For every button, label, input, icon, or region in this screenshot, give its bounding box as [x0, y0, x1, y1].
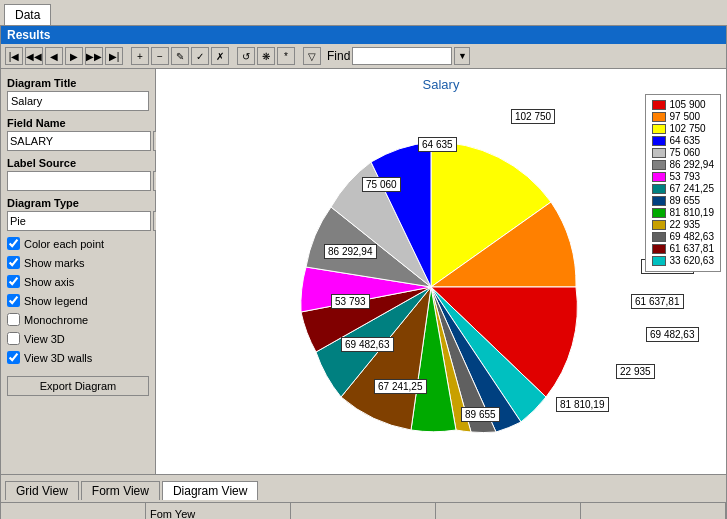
bottom-tabs-bar: Grid View Form View Diagram View — [1, 474, 726, 502]
tab-bar: Data — [0, 0, 727, 25]
find-input[interactable] — [352, 47, 452, 65]
diagram-type-label: Diagram Type — [7, 197, 149, 209]
label-69482-br: 69 482,63 — [646, 327, 699, 342]
diagram-title-label: Diagram Title — [7, 77, 149, 89]
legend-item-102750: 102 750 — [652, 123, 715, 134]
checkbox-view-3d[interactable]: View 3D — [7, 332, 149, 345]
results-bar: Results — [1, 26, 726, 44]
find-label: Find — [327, 49, 350, 63]
legend-item-22935: 22 935 — [652, 219, 715, 230]
find-arrow-btn[interactable]: ▼ — [454, 47, 470, 65]
status-segment-2: Fom Yew — [146, 503, 291, 519]
tab-diagram-view[interactable]: Diagram View — [162, 481, 258, 500]
status-segment-1 — [1, 503, 146, 519]
chart-title: Salary — [423, 77, 460, 92]
legend-item-81810: 81 810,19 — [652, 207, 715, 218]
checkbox-view-3d-walls[interactable]: View 3D walls — [7, 351, 149, 364]
legend: 105 900 97 500 102 750 64 635 75 060 86 … — [645, 94, 722, 272]
legend-item-69482-1: 69 482,63 — [652, 231, 715, 242]
checkbox-color-each-point[interactable]: Color each point — [7, 237, 149, 250]
legend-item-53793: 53 793 — [652, 171, 715, 182]
checkbox-show-marks[interactable]: Show marks — [7, 256, 149, 269]
tb-refresh-btn[interactable]: ↺ — [237, 47, 255, 65]
tab-data[interactable]: Data — [4, 4, 51, 25]
status-segment-5 — [581, 503, 726, 519]
tb-minus-btn[interactable]: − — [151, 47, 169, 65]
tb-copy-btn[interactable]: ❋ — [257, 47, 275, 65]
tb-prev-btn[interactable]: ◀ — [45, 47, 63, 65]
field-name-label: Field Name — [7, 117, 149, 129]
tab-grid-view[interactable]: Grid View — [5, 481, 79, 500]
left-panel: Diagram Title Field Name ▼ Label Source … — [1, 69, 156, 474]
tb-play-btn[interactable]: ▶ — [65, 47, 83, 65]
legend-item-67241: 67 241,25 — [652, 183, 715, 194]
tb-first-btn[interactable]: |◀ — [5, 47, 23, 65]
export-diagram-button[interactable]: Export Diagram — [7, 376, 149, 396]
legend-item-97500: 97 500 — [652, 111, 715, 122]
status-segment-3 — [291, 503, 436, 519]
legend-item-89655: 89 655 — [652, 195, 715, 206]
tb-edit-btn[interactable]: ✎ — [171, 47, 189, 65]
toolbar: |◀ ◀◀ ◀ ▶ ▶▶ ▶| + − ✎ ✓ ✗ ↺ ❋ * ▽ Find ▼ — [1, 44, 726, 69]
tb-filter-btn[interactable]: ▽ — [303, 47, 321, 65]
legend-item-61637: 61 637,81 — [652, 243, 715, 254]
main-container: Results |◀ ◀◀ ◀ ▶ ▶▶ ▶| + − ✎ ✓ ✗ ↺ ❋ * … — [0, 25, 727, 519]
status-segment-4 — [436, 503, 581, 519]
diagram-type-input[interactable] — [7, 211, 151, 231]
tab-form-view[interactable]: Form View — [81, 481, 160, 500]
diagram-title-input[interactable] — [7, 91, 149, 111]
label-source-input[interactable] — [7, 171, 151, 191]
legend-item-86292: 86 292,94 — [652, 159, 715, 170]
tb-check-btn[interactable]: ✓ — [191, 47, 209, 65]
tb-prev2-btn[interactable]: ◀◀ — [25, 47, 43, 65]
label-source-label: Label Source — [7, 157, 149, 169]
checkbox-monochrome[interactable]: Monochrome — [7, 313, 149, 326]
tb-last-btn[interactable]: ▶| — [105, 47, 123, 65]
tb-next-btn[interactable]: ▶▶ — [85, 47, 103, 65]
field-name-input[interactable] — [7, 131, 151, 151]
tb-add-btn[interactable]: + — [131, 47, 149, 65]
tb-x-btn[interactable]: ✗ — [211, 47, 229, 65]
status-bar: Fom Yew — [1, 502, 726, 519]
content-area: Diagram Title Field Name ▼ Label Source … — [1, 69, 726, 474]
tb-paste-btn[interactable]: * — [277, 47, 295, 65]
checkbox-show-legend[interactable]: Show legend — [7, 294, 149, 307]
checkbox-show-axis[interactable]: Show axis — [7, 275, 149, 288]
pie-chart — [241, 102, 641, 462]
legend-item-33620: 33 620,63 — [652, 255, 715, 266]
chart-area: Salary — [156, 69, 726, 474]
legend-item-64635: 64 635 — [652, 135, 715, 146]
legend-item-75060: 75 060 — [652, 147, 715, 158]
legend-item-105900: 105 900 — [652, 99, 715, 110]
